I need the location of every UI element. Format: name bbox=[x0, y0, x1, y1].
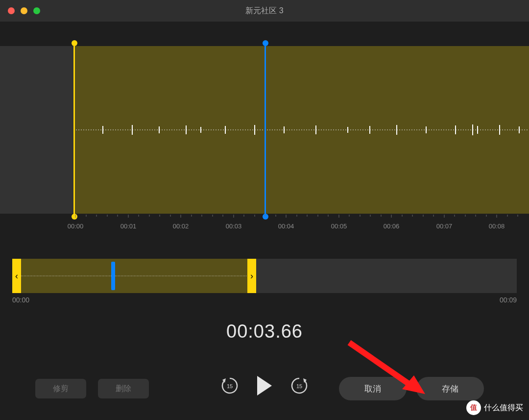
minimize-window-button[interactable] bbox=[21, 7, 27, 14]
skip-back-seconds: 15 bbox=[227, 383, 233, 389]
window-title: 新元社区 3 bbox=[245, 6, 283, 16]
overview-waveform-graphic bbox=[21, 271, 247, 281]
playhead[interactable] bbox=[264, 43, 266, 217]
waveform-zoom-track[interactable] bbox=[0, 46, 529, 214]
skip-back-button[interactable]: 15 bbox=[221, 377, 239, 395]
ruler-tick-label: 00:02 bbox=[173, 222, 189, 230]
waveform-editor: 00:00 00:01 00:02 00:03 00:04 00:05 00:0… bbox=[0, 22, 529, 232]
trim-button[interactable]: 修剪 bbox=[35, 379, 86, 398]
time-ruler: 00:00 00:01 00:02 00:03 00:04 00:05 00:0… bbox=[0, 215, 529, 232]
ruler-tick-label: 00:06 bbox=[384, 222, 400, 230]
maximize-window-button[interactable] bbox=[33, 7, 40, 14]
playback-controls: 15 15 bbox=[221, 376, 308, 395]
selection-start-handle[interactable] bbox=[73, 43, 75, 217]
ruler-tick-label: 00:04 bbox=[278, 222, 294, 230]
cancel-button-label: 取消 bbox=[364, 383, 381, 395]
trim-button-label: 修剪 bbox=[53, 384, 69, 394]
ruler-tick-label: 00:00 bbox=[68, 222, 84, 230]
delete-button-label: 删除 bbox=[116, 384, 131, 394]
watermark-badge-icon: 值 bbox=[466, 400, 481, 415]
ruler-labels: 00:00 00:01 00:02 00:03 00:04 00:05 00:0… bbox=[0, 222, 529, 230]
current-time-display: 00:03.66 bbox=[226, 321, 303, 342]
skip-forward-button[interactable]: 15 bbox=[290, 377, 308, 395]
trim-start-handle[interactable]: ‹ bbox=[12, 259, 21, 293]
close-window-button[interactable] bbox=[8, 7, 15, 14]
watermark: 值 什么值得买 bbox=[466, 400, 523, 415]
save-button[interactable]: 存储 bbox=[416, 377, 484, 400]
waveform-graphic bbox=[73, 120, 529, 140]
ruler-tick-label: 00:05 bbox=[331, 222, 347, 230]
overview-playhead[interactable] bbox=[111, 262, 115, 290]
overview-end-label: 00:09 bbox=[500, 296, 517, 304]
trim-end-handle[interactable]: › bbox=[247, 259, 256, 293]
skip-fwd-seconds: 15 bbox=[296, 383, 302, 389]
traffic-lights bbox=[8, 7, 40, 14]
ruler-tick-label: 00:03 bbox=[226, 222, 242, 230]
play-button[interactable] bbox=[257, 376, 272, 395]
delete-button[interactable]: 删除 bbox=[98, 379, 149, 398]
cancel-button[interactable]: 取消 bbox=[339, 377, 407, 400]
watermark-text: 什么值得买 bbox=[484, 403, 523, 413]
overview-time-labels: 00:00 00:09 bbox=[12, 296, 517, 306]
titlebar: 新元社区 3 bbox=[0, 0, 529, 22]
control-bar: 修剪 删除 15 15 取消 存储 bbox=[0, 375, 529, 402]
save-button-label: 存储 bbox=[442, 383, 458, 395]
ruler-tick-label: 00:01 bbox=[120, 222, 137, 230]
overview-track[interactable]: ‹ › bbox=[12, 259, 517, 293]
overview-start-label: 00:00 bbox=[12, 296, 29, 304]
ruler-tick-label: 00:07 bbox=[436, 222, 453, 230]
ruler-tick-label: 00:08 bbox=[489, 222, 505, 230]
